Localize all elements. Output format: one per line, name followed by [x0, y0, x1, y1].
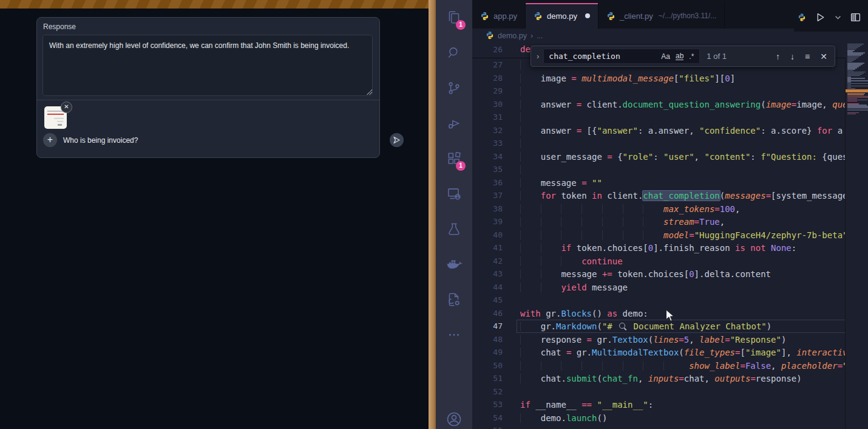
textarea-resize-handle[interactable]: [367, 89, 372, 95]
line-number[interactable]: 36: [472, 176, 503, 190]
window-divider-sash[interactable]: [429, 0, 436, 429]
whole-word-toggle[interactable]: ab: [676, 53, 683, 60]
activity-item-extensions[interactable]: 1: [436, 141, 472, 176]
line-number[interactable]: 34: [472, 150, 503, 163]
minimap[interactable]: [845, 43, 868, 429]
code-line-38[interactable]: 38 max_tokens=100,: [472, 202, 846, 216]
code-line-42[interactable]: 42 continue: [472, 255, 846, 268]
line-number[interactable]: 29: [472, 84, 503, 98]
line-number[interactable]: 45: [472, 293, 503, 307]
line-number[interactable]: 26: [472, 43, 503, 57]
line-number[interactable]: 33: [472, 137, 503, 150]
code-line-50[interactable]: 50 show_label=False, placeholder="Upload…: [472, 359, 846, 372]
activity-item-testing[interactable]: [436, 211, 472, 247]
code-line-33[interactable]: 33: [472, 137, 846, 150]
line-number[interactable]: 55: [472, 424, 503, 429]
line-number[interactable]: 41: [472, 241, 503, 255]
code-line-31[interactable]: 31: [472, 111, 846, 124]
activity-item-search[interactable]: [436, 35, 472, 70]
code-line-53[interactable]: 53if __name__ == "__main__":: [472, 398, 846, 411]
line-number[interactable]: 37: [472, 189, 503, 202]
line-number[interactable]: 54: [472, 411, 503, 425]
regex-toggle[interactable]: .*: [689, 52, 694, 61]
line-number[interactable]: 48: [472, 333, 503, 346]
code-line-28[interactable]: 28 image = multimodal_message["files"][0…: [472, 72, 846, 85]
find-close-button[interactable]: ✕: [820, 52, 827, 61]
add-file-button[interactable]: +: [43, 133, 57, 147]
code-token: file_types: [684, 348, 735, 357]
code-token: 100: [720, 204, 735, 214]
match-case-toggle[interactable]: Aa: [661, 52, 670, 61]
code-token: client.: [602, 191, 643, 201]
send-button[interactable]: [390, 133, 404, 147]
line-number[interactable]: 35: [472, 163, 503, 176]
find-next-button[interactable]: ↓: [790, 52, 795, 61]
activity-item-more[interactable]: [436, 317, 472, 352]
tab-app.py[interactable]: app.py: [472, 3, 526, 29]
code-line-30[interactable]: 30 answer = client.document_question_ans…: [472, 98, 846, 111]
code-line-48[interactable]: 48 response = gr.Textbox(lines=5, label=…: [472, 333, 846, 346]
code-line-51[interactable]: 51 chat.submit(chat_fn, inputs=chat, out…: [472, 372, 846, 385]
activity-item-run-debug[interactable]: [436, 106, 472, 141]
remove-attachment-button[interactable]: ✕: [61, 101, 72, 113]
line-number[interactable]: 32: [472, 124, 503, 137]
code-line-40[interactable]: 40 model="HuggingFaceH4/zephyr-7b-beta")…: [472, 228, 846, 242]
activity-item-source-control[interactable]: [436, 70, 472, 106]
code-editor[interactable]: 27 28 image = multimodal_message["files"…: [472, 43, 868, 429]
line-number[interactable]: 27: [472, 58, 503, 72]
code-line-39[interactable]: 39 stream=True,: [472, 215, 846, 228]
tab-_client.py[interactable]: _client.py~/.../python3.11/...: [598, 3, 725, 29]
unsaved-dot-icon[interactable]: [585, 13, 590, 18]
line-number[interactable]: 40: [472, 228, 503, 242]
line-number[interactable]: 44: [472, 281, 503, 294]
activity-item-remote-explorer[interactable]: [436, 176, 472, 211]
code-line-55[interactable]: 55: [472, 424, 846, 429]
line-number[interactable]: 38: [472, 202, 503, 216]
code-line-52[interactable]: 52: [472, 385, 846, 399]
activity-item-docker[interactable]: [436, 247, 472, 282]
code-line-44[interactable]: 44 yield message: [472, 281, 846, 294]
split-editor-button[interactable]: [850, 12, 861, 22]
code-line-41[interactable]: 41 if token.choices[0].finish_reason is …: [472, 241, 846, 255]
find-input[interactable]: chat_completion Aa ab .*: [543, 49, 700, 64]
line-number[interactable]: 47: [472, 320, 503, 333]
activity-item-cpp-tools[interactable]: [436, 282, 472, 317]
code-line-46[interactable]: 46with gr.Blocks() as demo:: [472, 307, 846, 320]
line-number[interactable]: 46: [472, 307, 503, 320]
activity-item-explorer[interactable]: 1: [436, 0, 472, 35]
breadcrumb-file[interactable]: demo.py: [498, 32, 527, 40]
line-number[interactable]: 39: [472, 215, 503, 228]
code-line-29[interactable]: 29: [472, 84, 846, 98]
response-textarea[interactable]: With an extremely high level of confiden…: [42, 35, 373, 96]
line-number[interactable]: 50: [472, 359, 503, 372]
run-python-file-button[interactable]: [815, 12, 826, 22]
code-line-35[interactable]: 35: [472, 163, 846, 176]
line-number[interactable]: 52: [472, 385, 503, 399]
code-line-49[interactable]: 49 chat = gr.MultimodalTextbox(file_type…: [472, 346, 846, 359]
code-line-32[interactable]: 32 answer = [{"answer": a.answer, "confi…: [472, 124, 846, 137]
run-dropdown-chevron-icon[interactable]: [835, 14, 841, 21]
line-number[interactable]: 31: [472, 111, 503, 124]
breadcrumb-symbol-ellipsis[interactable]: ...: [537, 32, 543, 40]
line-number[interactable]: 42: [472, 255, 503, 268]
line-number[interactable]: 43: [472, 267, 503, 281]
line-number[interactable]: 30: [472, 98, 503, 111]
line-number[interactable]: 49: [472, 346, 503, 359]
code-line-43[interactable]: 43 message += token.choices[0].delta.con…: [472, 267, 846, 281]
code-line-36[interactable]: 36 message = "": [472, 176, 846, 190]
toggle-replace-chevron-icon[interactable]: ›: [531, 52, 543, 61]
find-previous-button[interactable]: ↑: [776, 52, 780, 61]
find-in-selection-button[interactable]: ≡: [805, 52, 810, 61]
tab-demo.py[interactable]: demo.py: [526, 3, 598, 29]
line-number[interactable]: 28: [472, 72, 503, 85]
line-number[interactable]: 51: [472, 372, 503, 385]
code-line-47[interactable]: 47 gr.Markdown("# Document Analyzer Chat…: [472, 320, 846, 333]
code-line-34[interactable]: 34 user_message = {"role": "user", "cont…: [472, 150, 846, 163]
code-line-45[interactable]: 45: [472, 293, 846, 307]
code-line-37[interactable]: 37 for token in client.chat_completion(m…: [472, 189, 846, 202]
line-number[interactable]: 53: [472, 398, 503, 411]
code-line-54[interactable]: 54 demo.launch(): [472, 411, 846, 425]
minimap-line: [847, 114, 856, 115]
chat-message-input[interactable]: Who is being invoiced?: [63, 136, 138, 145]
activity-item-account[interactable]: [436, 402, 472, 429]
